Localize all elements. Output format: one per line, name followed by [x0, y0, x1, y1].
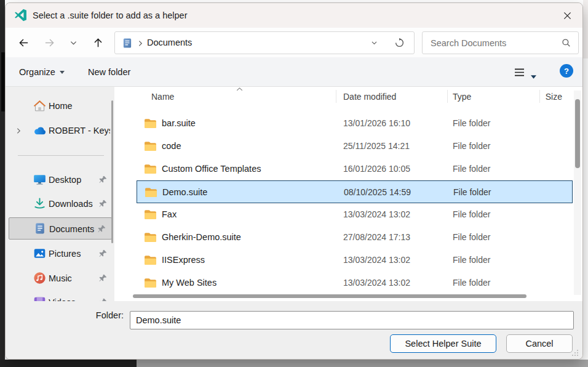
help-glyph: ? — [564, 67, 569, 76]
folder-icon — [144, 278, 157, 288]
file-name: Demo.suite — [162, 181, 207, 204]
resize-grip[interactable] — [571, 349, 578, 356]
pin-icon — [99, 274, 107, 282]
file-name: Fax — [162, 203, 177, 226]
column-header-size[interactable]: Size — [520, 89, 562, 104]
address-dropdown-button[interactable] — [366, 35, 382, 50]
folder-icon — [144, 118, 157, 129]
column-header-type[interactable]: Type — [453, 89, 471, 104]
folder-label: Folder: — [79, 306, 124, 325]
search-input[interactable] — [423, 32, 555, 54]
chevron-down-icon — [69, 38, 78, 47]
vertical-scrollbar[interactable] — [574, 91, 581, 295]
sidebar-item-downloads[interactable]: Downloads — [6, 193, 114, 215]
folder-icon — [144, 209, 157, 220]
file-type: File folder — [453, 272, 490, 294]
folder-icon — [144, 164, 157, 174]
file-date-modified: 13/03/2024 13:02 — [343, 249, 410, 272]
help-button[interactable]: ? — [560, 64, 573, 78]
videos-icon — [33, 296, 46, 301]
file-row[interactable]: Fax 13/03/2024 13:02 File folder — [137, 203, 573, 226]
sidebar-item-videos[interactable]: Videos — [6, 291, 114, 301]
file-type: File folder — [453, 158, 490, 180]
file-row[interactable]: Gherkin-Demo.suite 27/08/2024 17:13 File… — [137, 226, 573, 249]
back-button[interactable] — [13, 32, 34, 53]
cancel-button[interactable]: Cancel — [506, 334, 573, 353]
music-icon — [33, 272, 46, 284]
sidebar-item-home[interactable]: Home — [6, 95, 114, 117]
view-mode-dropdown-button[interactable] — [531, 70, 536, 81]
file-row-selected[interactable]: Demo.suite 08/10/2025 14:59 File folder — [137, 180, 573, 203]
documents-icon — [34, 222, 46, 235]
search-icon — [562, 38, 571, 47]
folder-icon — [144, 255, 157, 265]
file-name: code — [162, 135, 181, 158]
caret-down-icon — [531, 75, 536, 79]
column-header-date-modified[interactable]: Date modified — [343, 89, 396, 104]
dialog-footer: Folder: Select Helper Suite Cancel — [6, 301, 582, 360]
expand-chevron-icon[interactable] — [17, 127, 21, 134]
recent-locations-button[interactable] — [65, 32, 82, 53]
file-type: File folder — [453, 181, 491, 204]
vscode-app-icon — [14, 9, 27, 22]
sort-ascending-icon — [236, 87, 243, 91]
breadcrumb-location[interactable]: Documents — [147, 32, 192, 54]
file-date-modified: 16/01/2026 10:05 — [343, 158, 410, 180]
sidebar-item-music[interactable]: Music — [6, 267, 114, 289]
sidebar: Home ROBERT - Keysig — [6, 87, 114, 301]
sidebar-item-desktop[interactable]: Desktop — [6, 169, 114, 191]
documents-icon — [122, 38, 133, 49]
backdrop-bottom-gray — [137, 360, 588, 367]
file-row[interactable]: bar.suite 13/01/2026 16:10 File folder — [137, 112, 573, 135]
file-dialog: Select a .suite folder to add as a helpe… — [5, 2, 583, 360]
file-name: Custom Office Templates — [162, 158, 261, 180]
file-type: File folder — [453, 249, 490, 272]
title-bar: Select a .suite folder to add as a helpe… — [6, 3, 582, 28]
folder-icon — [145, 187, 157, 198]
sidebar-item-pictures[interactable]: Pictures — [6, 243, 114, 265]
refresh-icon — [394, 38, 405, 48]
up-arrow-icon — [92, 37, 104, 49]
file-row[interactable]: IISExpress 13/03/2024 13:02 File folder — [137, 249, 573, 272]
address-bar[interactable]: Documents — [114, 31, 415, 54]
select-helper-suite-button[interactable]: Select Helper Suite — [390, 334, 496, 353]
up-button[interactable] — [87, 32, 109, 53]
column-header-name[interactable]: Name — [151, 89, 174, 104]
column-divider[interactable] — [336, 90, 336, 103]
forward-arrow-icon — [44, 37, 55, 49]
file-date-modified: 08/10/2025 14:59 — [344, 181, 411, 204]
folder-icon — [144, 141, 157, 151]
file-type: File folder — [453, 135, 490, 158]
column-divider[interactable] — [447, 90, 448, 103]
forward-button[interactable] — [39, 32, 60, 53]
new-folder-button[interactable]: New folder — [82, 63, 137, 81]
sidebar-item-documents[interactable]: Documents — [9, 217, 112, 240]
sidebar-item-onedrive[interactable]: ROBERT - Keysig — [6, 119, 114, 142]
sidebar-divider — [18, 155, 104, 156]
horizontal-scrollbar[interactable] — [133, 294, 526, 298]
file-row[interactable]: code 25/11/2025 14:21 File folder — [137, 135, 573, 158]
close-icon — [563, 12, 571, 20]
organize-button[interactable]: Organize — [13, 63, 71, 81]
backdrop-right-strip — [583, 0, 588, 58]
pin-icon — [99, 175, 107, 184]
home-icon — [33, 99, 46, 112]
list-view-icon — [514, 68, 525, 77]
view-mode-button[interactable] — [512, 65, 526, 79]
folder-name-input[interactable] — [130, 311, 574, 329]
file-row[interactable]: My Web Sites 13/03/2024 13:02 File folde… — [137, 272, 573, 294]
close-button[interactable] — [557, 7, 578, 24]
file-row[interactable]: Custom Office Templates 16/01/2026 10:05… — [137, 158, 573, 180]
scrollbar-thumb[interactable] — [575, 99, 580, 168]
sidebar-scrollbar[interactable] — [111, 100, 113, 243]
downloads-icon — [33, 197, 46, 210]
back-arrow-icon — [18, 37, 30, 49]
chevron-down-icon — [370, 39, 378, 47]
refresh-button[interactable] — [391, 35, 408, 50]
file-type: File folder — [453, 203, 490, 226]
backdrop-bottom-dark — [0, 360, 137, 367]
breadcrumb-chevron-icon — [138, 40, 143, 47]
command-toolbar: Organize New folder ? — [6, 57, 582, 87]
file-date-modified: 25/11/2025 14:21 — [343, 135, 410, 158]
folder-icon — [144, 232, 157, 243]
